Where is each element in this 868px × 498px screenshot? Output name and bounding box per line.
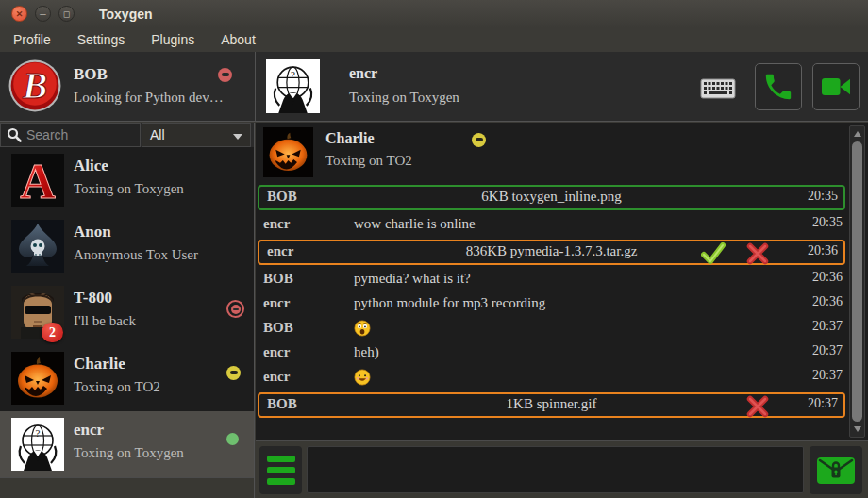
contact-row-anon[interactable]: Anon Anonymous Tox User (0, 213, 254, 279)
audio-call-button[interactable] (755, 63, 802, 110)
chevron-down-icon (233, 134, 242, 140)
message-emoji (354, 369, 371, 387)
menu-bar: ProfileSettingsPluginsAbout (0, 27, 868, 52)
accept-check-icon (701, 242, 726, 265)
decline-cross-icon (746, 395, 769, 418)
message-row: encr heh) 20:37 (256, 341, 868, 366)
file-transfer-row: encr 836KB pymedia-1.3.7.3.tar.gz 20:36 (258, 240, 845, 265)
message-list: BOB 6KB toxygen_inline.png20:35encr wow … (256, 183, 868, 440)
chat-panel: Charlie Toxing on TO2 BOB 6KB toxygen_in… (256, 123, 868, 440)
message-row: encr wow charlie is online 20:35 (256, 213, 868, 238)
svg-text:A: A (20, 155, 56, 207)
title-bar: ✕ ─ ◻ Toxygen (0, 0, 868, 27)
self-avatar[interactable]: B (8, 58, 62, 113)
sidebar-filler (0, 477, 254, 498)
keyboard-icon (700, 77, 736, 100)
contact-avatar (11, 220, 64, 273)
menu-about[interactable]: About (208, 27, 269, 52)
peer-name: Charlie (326, 130, 375, 147)
video-call-button[interactable] (812, 63, 860, 110)
red-a-avatar: A (11, 154, 64, 207)
chat-peer-name: encr (349, 65, 377, 82)
minimize-button[interactable]: ─ (35, 6, 51, 22)
peer-avatar (263, 127, 313, 177)
anonymous-mask-avatar: ? (266, 59, 320, 113)
message-sender: encr (263, 369, 290, 385)
online-status-icon (226, 433, 239, 445)
self-status-message[interactable]: Looking for Python dev… (74, 90, 224, 106)
contact-status-message: Anonymous Tox User (74, 247, 198, 263)
message-sender: encr (263, 295, 290, 311)
contacts-sidebar: All A Alice Toxing on Toxygen Anon Anony… (0, 123, 255, 498)
menu-settings[interactable]: Settings (64, 27, 139, 52)
emoji-smiling-icon (354, 369, 371, 386)
send-message-button[interactable] (810, 446, 862, 494)
chat-peer-status: Toxing on Toxygen (349, 90, 459, 106)
contact-name: T-800 (74, 289, 112, 307)
toxygen-window: ✕ ─ ◻ Toxygen ProfileSettingsPluginsAbou… (0, 0, 868, 498)
message-time: 20:37 (808, 396, 838, 411)
typing-notification-icon (699, 76, 737, 101)
maximize-button[interactable]: ◻ (58, 6, 75, 22)
pumpkin-avatar (11, 352, 64, 405)
contact-name: Anon (74, 223, 111, 241)
message-time: 20:35 (812, 215, 843, 230)
conversation-peer-header: Charlie Toxing on TO2 (256, 123, 868, 181)
attachments-menu-button[interactable] (259, 446, 302, 494)
decline-file-button[interactable] (744, 241, 770, 265)
emoji-astonished-icon (354, 320, 371, 337)
menu-plugins[interactable]: Plugins (138, 27, 208, 52)
file-transfer-row: BOB 6KB toxygen_inline.png20:35 (258, 185, 845, 210)
search-row: All (0, 123, 254, 147)
search-icon (7, 127, 22, 142)
message-time: 20:36 (808, 243, 838, 258)
contact-row-charlie[interactable]: Charlie Toxing on TO2 (0, 345, 254, 411)
contact-row-t-800[interactable]: T-800 I'll be back2 (0, 279, 254, 345)
accept-file-button[interactable] (700, 241, 726, 265)
contact-filter-dropdown[interactable]: All (142, 123, 251, 147)
contact-status-message: I'll be back (74, 313, 136, 329)
close-button[interactable]: ✕ (11, 6, 27, 22)
message-sender: BOB (263, 271, 293, 287)
message-time: 20:37 (812, 368, 843, 383)
contact-row-encr[interactable]: ? encr Toxing on Toxygen (0, 411, 254, 477)
spade-skull-avatar (11, 220, 64, 273)
away-status-icon (472, 133, 486, 147)
contact-status-message: Toxing on Toxygen (74, 181, 184, 197)
away-status-icon (226, 366, 241, 380)
search-input[interactable] (26, 127, 132, 142)
message-time: 20:36 (812, 270, 843, 285)
svg-text:B: B (22, 65, 47, 107)
chat-scrollbar[interactable] (849, 125, 865, 438)
message-time: 20:36 (812, 294, 843, 309)
message-row: BOB pymedia? what is it? 20:36 (256, 268, 868, 292)
peer-status-message: Toxing on TO2 (326, 153, 412, 169)
contact-row-alice[interactable]: A Alice Toxing on Toxygen (0, 147, 254, 213)
message-row: encr python module for mp3 recording 20:… (256, 292, 868, 317)
decline-file-button[interactable] (744, 394, 770, 418)
contact-name: encr (74, 421, 104, 440)
menu-profile[interactable]: Profile (0, 27, 64, 52)
chat-peer-avatar: ? (266, 59, 320, 113)
svg-text:?: ? (36, 427, 41, 439)
anonymous-mask-avatar: ? (11, 418, 64, 471)
scroll-up-arrow[interactable] (850, 127, 864, 141)
contact-list: A Alice Toxing on Toxygen Anon Anonymous… (0, 147, 254, 477)
contact-status-message: Toxing on TO2 (74, 379, 160, 395)
menu-icon (267, 456, 295, 462)
message-input[interactable] (307, 446, 804, 493)
message-text: heh) (354, 344, 379, 360)
filter-value: All (150, 127, 165, 142)
message-row: encr 20:37 (256, 366, 868, 390)
send-encrypted-icon (815, 455, 857, 487)
self-name[interactable]: BOB (74, 65, 108, 84)
message-time: 20:37 (812, 319, 843, 334)
contact-name: Charlie (74, 355, 125, 374)
scrollbar-thumb[interactable] (852, 141, 862, 422)
compose-bar (256, 440, 868, 498)
panel-divider (255, 52, 256, 122)
message-sender: encr (263, 344, 290, 360)
contact-name: Alice (74, 157, 108, 175)
decline-cross-icon (746, 242, 769, 265)
scroll-down-arrow[interactable] (850, 423, 864, 436)
